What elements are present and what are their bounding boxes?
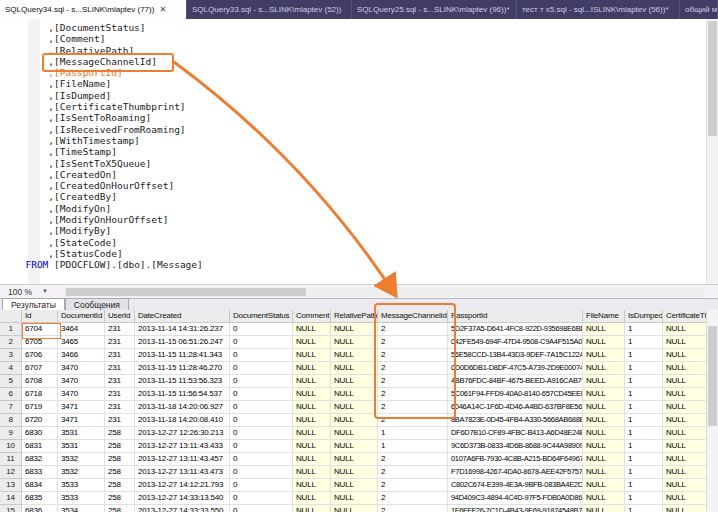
grid-cell[interactable]: 6719: [22, 401, 58, 414]
grid-cell[interactable]: 2: [378, 492, 448, 505]
grid-cell[interactable]: NULL: [583, 323, 625, 336]
scrollbar-thumb[interactable]: [708, 326, 717, 426]
grid-cell[interactable]: NULL: [293, 466, 331, 479]
grid-cell[interactable]: 258: [105, 492, 135, 505]
row-number[interactable]: 1: [0, 323, 22, 336]
document-tab[interactable]: SQLQuery25.sql - s...SLINK\mlaptev (96))…: [352, 0, 517, 19]
grid-cell[interactable]: 1: [625, 414, 663, 427]
row-number[interactable]: 4: [0, 362, 22, 375]
grid-cell[interactable]: 6832: [22, 453, 58, 466]
results-pane-tab[interactable]: Результаты: [2, 298, 65, 310]
grid-cell[interactable]: 3466: [58, 349, 105, 362]
grid-cell[interactable]: NULL: [583, 336, 625, 349]
grid-cell[interactable]: 6046A14C-1F6D-4D46-A4BD-637BF8E564E9: [448, 401, 583, 414]
row-number[interactable]: 15: [0, 505, 22, 512]
grid-cell[interactable]: 231: [105, 375, 135, 388]
grid-cell[interactable]: NULL: [583, 492, 625, 505]
grid-cell[interactable]: NULL: [583, 440, 625, 453]
grid-cell[interactable]: NULL: [331, 362, 378, 375]
grid-cell[interactable]: NULL: [331, 479, 378, 492]
grid-cell[interactable]: 6835: [22, 492, 58, 505]
grid-cell[interactable]: 258: [105, 479, 135, 492]
chevron-down-icon[interactable]: ▼: [42, 288, 48, 294]
grid-cell[interactable]: NULL: [293, 375, 331, 388]
grid-cell[interactable]: NULL: [331, 453, 378, 466]
grid-cell[interactable]: 0: [230, 479, 293, 492]
grid-cell[interactable]: 0: [230, 401, 293, 414]
grid-cell[interactable]: 231: [105, 401, 135, 414]
grid-cell[interactable]: 3470: [58, 362, 105, 375]
grid-cell[interactable]: 1: [625, 440, 663, 453]
grid-cell[interactable]: 3465: [58, 336, 105, 349]
grid-cell[interactable]: 258: [105, 505, 135, 512]
grid-cell[interactable]: NULL: [331, 466, 378, 479]
grid-cell[interactable]: 0D0D6DB1-D8DF-47C5-A739-2D9E000742DA: [448, 362, 583, 375]
grid-cell[interactable]: 6834: [22, 479, 58, 492]
grid-cell[interactable]: NULL: [331, 427, 378, 440]
grid-cell[interactable]: 2013-11-15 11:28:46.270: [135, 362, 230, 375]
row-number[interactable]: 12: [0, 466, 22, 479]
grid-cell[interactable]: 0: [230, 466, 293, 479]
grid-cell[interactable]: NULL: [583, 466, 625, 479]
grid-column-header[interactable]: PassportId: [448, 310, 583, 323]
grid-cell[interactable]: NULL: [331, 492, 378, 505]
editor-vertical-scrollbar[interactable]: [706, 19, 718, 284]
grid-corner-cell[interactable]: [0, 310, 22, 323]
grid-cell[interactable]: NULL: [331, 336, 378, 349]
grid-column-header[interactable]: RelativePath: [331, 310, 378, 323]
grid-cell[interactable]: NULL: [331, 323, 378, 336]
row-number[interactable]: 10: [0, 440, 22, 453]
editor-horizontal-scrollbar[interactable]: [64, 287, 704, 297]
grid-column-header[interactable]: FileName: [583, 310, 625, 323]
grid-cell[interactable]: 3533: [58, 479, 105, 492]
grid-cell[interactable]: 1: [625, 453, 663, 466]
grid-cell[interactable]: NULL: [331, 349, 378, 362]
grid-cell[interactable]: 231: [105, 323, 135, 336]
grid-cell[interactable]: NULL: [293, 401, 331, 414]
grid-cell[interactable]: 1: [625, 466, 663, 479]
grid-cell[interactable]: 1: [625, 388, 663, 401]
grid-cell[interactable]: NULL: [331, 505, 378, 512]
tab-close-icon[interactable]: ✕: [159, 5, 166, 14]
grid-cell[interactable]: 258: [105, 466, 135, 479]
grid-cell[interactable]: 1: [378, 427, 448, 440]
row-number[interactable]: 13: [0, 479, 22, 492]
grid-cell[interactable]: 0: [230, 388, 293, 401]
grid-cell[interactable]: 0: [230, 336, 293, 349]
grid-cell[interactable]: NULL: [293, 453, 331, 466]
grid-cell[interactable]: NULL: [331, 401, 378, 414]
grid-cell[interactable]: 3534: [58, 505, 105, 512]
grid-cell[interactable]: 2013-12-27 12:26:30.213: [135, 427, 230, 440]
grid-cell[interactable]: NULL: [583, 362, 625, 375]
grid-cell[interactable]: DF6D7B10-CF89-4FBC-B413-A6D48E24E79B: [448, 427, 583, 440]
grid-cell[interactable]: 94D409C3-4894-4C4D-97F5-FDB0A0D86091: [448, 492, 583, 505]
grid-cell[interactable]: 231: [105, 414, 135, 427]
grid-cell[interactable]: 0: [230, 362, 293, 375]
grid-cell[interactable]: 3532: [58, 466, 105, 479]
grid-cell[interactable]: 231: [105, 388, 135, 401]
row-number[interactable]: 9: [0, 427, 22, 440]
row-number[interactable]: 2: [0, 336, 22, 349]
grid-cell[interactable]: NULL: [293, 323, 331, 336]
grid-cell[interactable]: 8BA7823E-0D45-4FB4-A330-5668AB688E71: [448, 414, 583, 427]
grid-cell[interactable]: 0107A6FB-7930-4C8B-A215-BD64F64967B3: [448, 453, 583, 466]
grid-cell[interactable]: NULL: [331, 375, 378, 388]
grid-column-header[interactable]: Comment: [293, 310, 331, 323]
grid-cell[interactable]: 0: [230, 440, 293, 453]
grid-cell[interactable]: NULL: [583, 349, 625, 362]
grid-cell[interactable]: NULL: [293, 427, 331, 440]
grid-column-header[interactable]: DocumentStatus: [230, 310, 293, 323]
grid-cell[interactable]: NULL: [293, 388, 331, 401]
grid-column-header[interactable]: IsDumped: [625, 310, 663, 323]
grid-cell[interactable]: 6718: [22, 388, 58, 401]
grid-cell[interactable]: 0: [230, 492, 293, 505]
grid-cell[interactable]: NULL: [293, 336, 331, 349]
grid-cell[interactable]: C802C674-E399-4E3A-9BFB-083BA4E2D073: [448, 479, 583, 492]
grid-cell[interactable]: 3531: [58, 440, 105, 453]
grid-cell[interactable]: 0: [230, 453, 293, 466]
grid-cell[interactable]: 2013-11-15 11:53:56.323: [135, 375, 230, 388]
grid-cell[interactable]: 2: [378, 453, 448, 466]
grid-cell[interactable]: 6707: [22, 362, 58, 375]
grid-cell[interactable]: 6831: [22, 440, 58, 453]
grid-cell[interactable]: 3470: [58, 375, 105, 388]
